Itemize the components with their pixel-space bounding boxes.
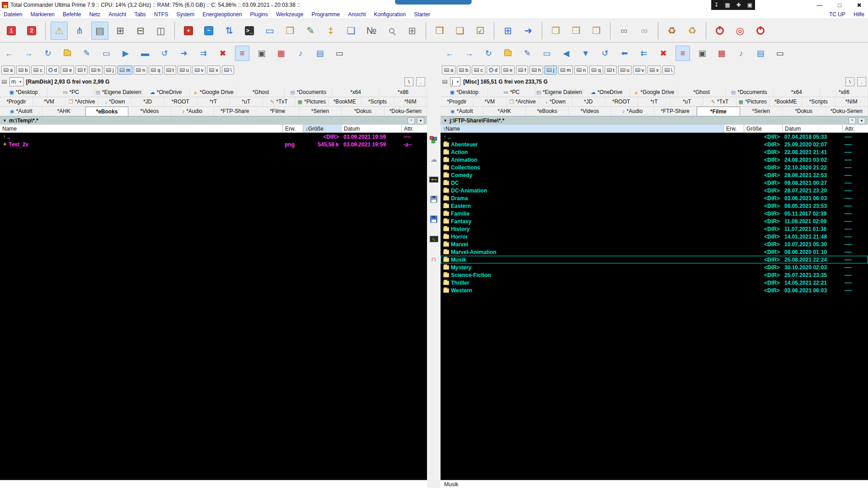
folder-options-button[interactable]: ⊞ — [112, 22, 129, 40]
path-dropdown-icon[interactable]: ▼ — [443, 118, 447, 123]
tab-ut[interactable]: *uT — [671, 97, 704, 106]
tab-doku-serien[interactable]: *Doku-Serien — [826, 107, 868, 116]
tab-pc[interactable]: ▭*PC — [47, 88, 95, 97]
drive-button-j[interactable]: j — [104, 66, 116, 75]
tab-googledrive[interactable]: ▲*Google Drive — [630, 88, 678, 97]
blocks-icon[interactable] — [429, 135, 439, 144]
file-row[interactable]: DC-Animation<DIR>28.07.2021 23:20---- — [441, 187, 868, 194]
goto-parent-button[interactable]: . — [857, 77, 866, 86]
tab-desktop[interactable]: ▣*Desktop — [0, 88, 47, 97]
refresh-panels-button[interactable]: ⇅ — [221, 22, 238, 40]
unlink-button[interactable]: ∞ — [615, 22, 633, 40]
tab-x64[interactable]: *x64 — [332, 88, 380, 97]
link-button[interactable]: ∞ — [636, 22, 653, 40]
menu-item-werkzeuge[interactable]: Werkzeuge — [276, 11, 303, 18]
drive-button-c[interactable]: c — [31, 66, 45, 75]
search-button[interactable] — [383, 22, 400, 40]
drive-button-v[interactable]: v — [192, 66, 206, 75]
goto-root-button[interactable]: \ — [404, 77, 413, 86]
tab-serien[interactable]: *Serien — [299, 107, 342, 116]
drive-button-c[interactable]: c — [472, 66, 485, 75]
frame-select-button[interactable]: ▭ — [99, 46, 113, 61]
collapse-button[interactable]: ▼ — [578, 46, 593, 61]
tab-ebooks[interactable]: *eBooks — [526, 107, 569, 116]
tab-ghost[interactable]: *Ghost — [237, 88, 285, 97]
goto-parent-button[interactable]: . — [416, 77, 425, 86]
frame-select-button[interactable]: ▭ — [540, 46, 554, 61]
restore-button[interactable]: ♻ — [684, 22, 701, 40]
drive-button-u[interactable]: u — [178, 66, 191, 75]
list-mode-button[interactable]: ≡ — [676, 46, 690, 61]
clipboard-paste-button[interactable]: ❏ — [451, 22, 469, 40]
list-mode-button[interactable]: ≡ — [235, 46, 249, 61]
tab-x64[interactable]: *x64 — [773, 88, 821, 97]
toolbox-button[interactable]: + — [180, 22, 197, 40]
drive-button-d[interactable]: d — [46, 66, 59, 75]
tab-scripts[interactable]: *Scripts — [802, 97, 835, 106]
play-back-button[interactable]: ◀ — [559, 46, 573, 61]
folder-picture-button[interactable]: ❒ — [282, 22, 299, 40]
drive-button-t[interactable]: t — [164, 66, 176, 75]
tab-filme[interactable]: *Filme — [256, 107, 299, 116]
column-header-size[interactable]: ↓Größe — [303, 125, 342, 132]
drive-button-t[interactable]: t — [605, 66, 617, 75]
computer-go-button[interactable]: ➜ — [520, 22, 537, 40]
tab-doku-serien[interactable]: *Doku-Serien — [385, 107, 427, 116]
tab-archive[interactable]: ❒*Archive — [507, 97, 540, 106]
history-button[interactable]: ▾ — [417, 117, 424, 124]
pack-button[interactable]: ❒ — [547, 22, 564, 40]
file-row[interactable]: Science-Fiction<DIR>25.07.2021 23:35---- — [441, 271, 868, 279]
tab-archive[interactable]: ❒*Archive — [66, 97, 99, 106]
profile-2-button[interactable]: 2 — [23, 22, 40, 40]
drive-button-n[interactable]: n — [574, 66, 588, 75]
tab-audio[interactable]: ♪*Audio — [611, 107, 654, 116]
calendar-button[interactable]: ▦ — [714, 46, 729, 61]
tab-nim[interactable]: *NIM — [835, 97, 868, 106]
network-computer-icon[interactable]: ☁ — [429, 155, 439, 164]
totalcmd-sync-button[interactable]: ~ — [200, 22, 217, 40]
favorites-button[interactable]: * — [408, 117, 415, 124]
tab-scripts[interactable]: *Scripts — [361, 97, 394, 106]
file-row[interactable]: Horror<DIR>14.01.2021 21:48---- — [441, 233, 868, 240]
copy-queue-button[interactable]: ❏ — [343, 22, 360, 40]
drive-button-q[interactable]: q — [589, 66, 603, 75]
notes-button[interactable]: ✎ — [302, 22, 319, 40]
menu-item-programme[interactable]: Programme — [311, 11, 340, 18]
file-row[interactable]: ✦Test_2xpng545,58 k03.09.2021 19:59-a-- — [0, 141, 427, 148]
crop-button[interactable]: ▣ — [254, 46, 269, 61]
tab-dokus[interactable]: *Dokus — [783, 107, 826, 116]
column-header-attr[interactable]: Attr. — [402, 125, 427, 132]
terminal-button[interactable]: >_ — [241, 22, 258, 40]
drive-button-b[interactable]: b — [457, 66, 470, 75]
floppy-save-icon[interactable] — [429, 195, 439, 204]
path-dropdown-icon[interactable]: ▼ — [3, 118, 7, 123]
tab-pictures[interactable]: ▦*Pictures — [296, 97, 328, 106]
tab-bookme[interactable]: *BookME — [769, 97, 802, 106]
window-settings-icon[interactable]: ▣ — [747, 2, 752, 8]
tab-bookme[interactable]: *BookME — [328, 97, 361, 106]
drive-button-a[interactable]: a — [442, 66, 455, 75]
tab-jd[interactable]: *JD — [572, 97, 605, 106]
delete-button[interactable]: ✖ — [656, 46, 671, 61]
menu-item-hilfe[interactable]: Hilfe — [854, 11, 864, 18]
tab-down[interactable]: ↓*Down — [99, 97, 131, 106]
column-header-date[interactable]: Datum — [783, 125, 843, 132]
drive-button-e[interactable]: e — [501, 66, 515, 75]
tab-eigenedateien[interactable]: ▤*Eigene Dateien — [95, 88, 142, 97]
menu-item-tc-up[interactable]: TC UP — [829, 11, 845, 18]
signpost-button[interactable]: ‡ — [322, 22, 339, 40]
media-list-button[interactable]: ▤ — [753, 46, 768, 61]
menu-item-ansicht[interactable]: Ansicht — [348, 11, 366, 18]
media-panel-icon[interactable] — [429, 175, 439, 184]
tab-onedrive[interactable]: ☁*OneDrive — [583, 88, 630, 97]
music-button[interactable]: ♪ — [293, 46, 308, 61]
record-button[interactable]: ◎ — [732, 22, 749, 40]
menu-item-befehle[interactable]: Befehle — [63, 11, 81, 18]
tab-pictures[interactable]: ▦*Pictures — [737, 97, 769, 106]
drive-button-a[interactable]: a — [1, 66, 15, 75]
play-button[interactable]: ▶ — [118, 46, 133, 61]
menu-item-tabs[interactable]: Tabs — [134, 11, 145, 18]
file-row[interactable]: Drama<DIR>03.06.2021 06:03---- — [441, 194, 868, 202]
tab-rt[interactable]: *rT — [197, 97, 230, 106]
drive-button-h[interactable]: h — [89, 66, 103, 75]
